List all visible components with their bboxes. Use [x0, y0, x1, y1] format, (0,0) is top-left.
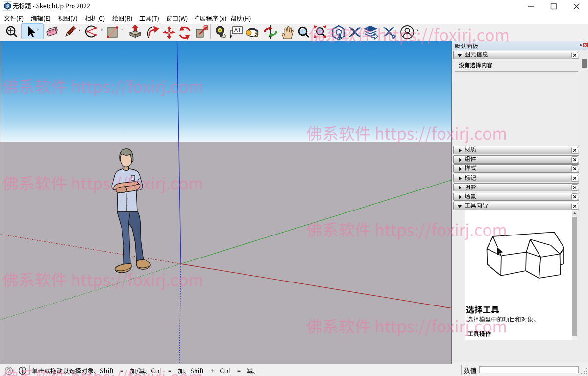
- svg-text:A1: A1: [234, 27, 241, 33]
